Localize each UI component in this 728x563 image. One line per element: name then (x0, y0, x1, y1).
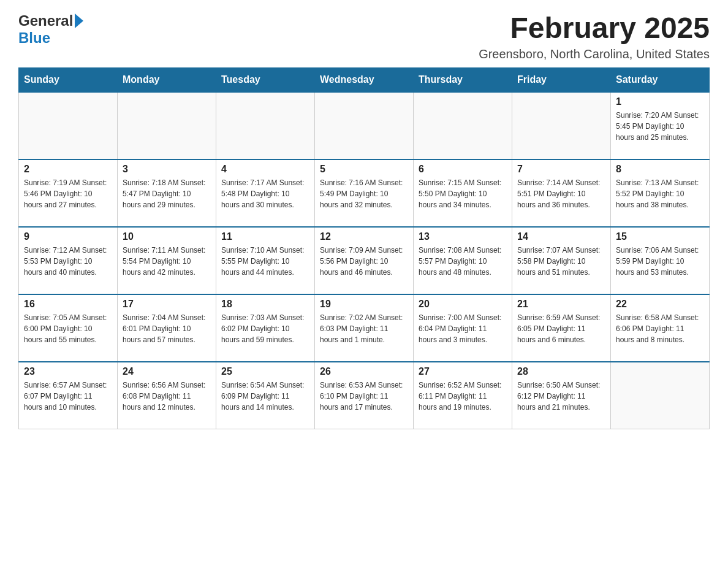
day-number: 5 (320, 164, 408, 175)
calendar-week-row: 9Sunrise: 7:12 AM Sunset: 5:53 PM Daylig… (19, 227, 710, 294)
calendar-day-header: Sunday (19, 67, 118, 92)
day-info: Sunrise: 7:19 AM Sunset: 5:46 PM Dayligh… (24, 177, 112, 210)
day-info: Sunrise: 7:20 AM Sunset: 5:45 PM Dayligh… (616, 110, 704, 143)
day-info: Sunrise: 7:11 AM Sunset: 5:54 PM Dayligh… (123, 245, 211, 278)
calendar-cell: 16Sunrise: 7:05 AM Sunset: 6:00 PM Dayli… (19, 294, 118, 362)
calendar-week-row: 2Sunrise: 7:19 AM Sunset: 5:46 PM Daylig… (19, 159, 710, 227)
calendar-cell (512, 92, 611, 159)
calendar-cell: 6Sunrise: 7:15 AM Sunset: 5:50 PM Daylig… (414, 159, 512, 227)
calendar-cell: 4Sunrise: 7:17 AM Sunset: 5:48 PM Daylig… (216, 159, 315, 227)
day-number: 19 (320, 299, 408, 310)
logo-general-text: General (18, 12, 73, 29)
calendar-cell: 7Sunrise: 7:14 AM Sunset: 5:51 PM Daylig… (512, 159, 611, 227)
day-number: 16 (24, 299, 112, 310)
calendar-cell: 22Sunrise: 6:58 AM Sunset: 6:06 PM Dayli… (611, 294, 710, 362)
day-number: 28 (517, 366, 605, 377)
day-number: 23 (24, 366, 112, 377)
calendar-table: SundayMondayTuesdayWednesdayThursdayFrid… (18, 67, 710, 430)
calendar-cell: 14Sunrise: 7:07 AM Sunset: 5:58 PM Dayli… (512, 227, 611, 294)
day-number: 14 (517, 231, 605, 242)
calendar-cell: 23Sunrise: 6:57 AM Sunset: 6:07 PM Dayli… (19, 362, 118, 429)
day-number: 21 (517, 299, 605, 310)
calendar-cell (19, 92, 118, 159)
day-number: 17 (123, 299, 211, 310)
calendar-week-row: 16Sunrise: 7:05 AM Sunset: 6:00 PM Dayli… (19, 294, 710, 362)
calendar-day-header: Thursday (414, 67, 512, 92)
calendar-cell (118, 92, 216, 159)
day-info: Sunrise: 7:08 AM Sunset: 5:57 PM Dayligh… (419, 245, 507, 278)
day-info: Sunrise: 7:00 AM Sunset: 6:04 PM Dayligh… (419, 312, 507, 345)
day-number: 18 (221, 299, 309, 310)
day-info: Sunrise: 7:03 AM Sunset: 6:02 PM Dayligh… (221, 312, 309, 345)
day-number: 25 (221, 366, 309, 377)
day-number: 8 (616, 164, 704, 175)
calendar-cell: 10Sunrise: 7:11 AM Sunset: 5:54 PM Dayli… (118, 227, 216, 294)
calendar-cell: 2Sunrise: 7:19 AM Sunset: 5:46 PM Daylig… (19, 159, 118, 227)
day-number: 9 (24, 231, 112, 242)
calendar-cell: 9Sunrise: 7:12 AM Sunset: 5:53 PM Daylig… (19, 227, 118, 294)
location: Greensboro, North Carolina, United State… (479, 47, 710, 61)
day-number: 20 (419, 299, 507, 310)
logo-triangle-icon (75, 13, 83, 28)
day-info: Sunrise: 7:13 AM Sunset: 5:52 PM Dayligh… (616, 177, 704, 210)
day-info: Sunrise: 7:05 AM Sunset: 6:00 PM Dayligh… (24, 312, 112, 345)
day-info: Sunrise: 7:12 AM Sunset: 5:53 PM Dayligh… (24, 245, 112, 278)
title-area: February 2025 Greensboro, North Carolina… (479, 12, 710, 61)
calendar-cell: 18Sunrise: 7:03 AM Sunset: 6:02 PM Dayli… (216, 294, 315, 362)
calendar-week-row: 1Sunrise: 7:20 AM Sunset: 5:45 PM Daylig… (19, 92, 710, 159)
calendar-cell: 1Sunrise: 7:20 AM Sunset: 5:45 PM Daylig… (611, 92, 710, 159)
day-info: Sunrise: 6:54 AM Sunset: 6:09 PM Dayligh… (221, 380, 309, 413)
day-info: Sunrise: 7:14 AM Sunset: 5:51 PM Dayligh… (517, 177, 605, 210)
day-number: 10 (123, 231, 211, 242)
calendar-day-header: Tuesday (216, 67, 315, 92)
calendar-day-header: Friday (512, 67, 611, 92)
day-info: Sunrise: 7:07 AM Sunset: 5:58 PM Dayligh… (517, 245, 605, 278)
day-number: 2 (24, 164, 112, 175)
day-info: Sunrise: 7:15 AM Sunset: 5:50 PM Dayligh… (419, 177, 507, 210)
calendar-cell (216, 92, 315, 159)
day-info: Sunrise: 7:17 AM Sunset: 5:48 PM Dayligh… (221, 177, 309, 210)
day-number: 24 (123, 366, 211, 377)
calendar-cell: 21Sunrise: 6:59 AM Sunset: 6:05 PM Dayli… (512, 294, 611, 362)
day-number: 22 (616, 299, 704, 310)
calendar-cell: 3Sunrise: 7:18 AM Sunset: 5:47 PM Daylig… (118, 159, 216, 227)
calendar-cell: 19Sunrise: 7:02 AM Sunset: 6:03 PM Dayli… (315, 294, 414, 362)
logo: General Blue (18, 12, 83, 47)
day-info: Sunrise: 6:56 AM Sunset: 6:08 PM Dayligh… (123, 380, 211, 413)
day-number: 12 (320, 231, 408, 242)
day-info: Sunrise: 6:50 AM Sunset: 6:12 PM Dayligh… (517, 380, 605, 413)
calendar-day-header: Monday (118, 67, 216, 92)
day-number: 7 (517, 164, 605, 175)
day-number: 11 (221, 231, 309, 242)
calendar-cell: 17Sunrise: 7:04 AM Sunset: 6:01 PM Dayli… (118, 294, 216, 362)
day-info: Sunrise: 7:02 AM Sunset: 6:03 PM Dayligh… (320, 312, 408, 345)
calendar-cell: 5Sunrise: 7:16 AM Sunset: 5:49 PM Daylig… (315, 159, 414, 227)
day-number: 6 (419, 164, 507, 175)
day-info: Sunrise: 7:16 AM Sunset: 5:49 PM Dayligh… (320, 177, 408, 210)
day-info: Sunrise: 6:59 AM Sunset: 6:05 PM Dayligh… (517, 312, 605, 345)
day-info: Sunrise: 7:10 AM Sunset: 5:55 PM Dayligh… (221, 245, 309, 278)
calendar-cell: 15Sunrise: 7:06 AM Sunset: 5:59 PM Dayli… (611, 227, 710, 294)
calendar-cell: 25Sunrise: 6:54 AM Sunset: 6:09 PM Dayli… (216, 362, 315, 429)
page-header: General Blue February 2025 Greensboro, N… (18, 12, 710, 61)
day-info: Sunrise: 6:58 AM Sunset: 6:06 PM Dayligh… (616, 312, 704, 345)
calendar-day-header: Saturday (611, 67, 710, 92)
day-info: Sunrise: 6:53 AM Sunset: 6:10 PM Dayligh… (320, 380, 408, 413)
calendar-cell: 20Sunrise: 7:00 AM Sunset: 6:04 PM Dayli… (414, 294, 512, 362)
day-number: 13 (419, 231, 507, 242)
calendar-cell: 27Sunrise: 6:52 AM Sunset: 6:11 PM Dayli… (414, 362, 512, 429)
calendar-cell: 24Sunrise: 6:56 AM Sunset: 6:08 PM Dayli… (118, 362, 216, 429)
logo-blue-text: Blue (18, 29, 50, 46)
calendar-cell: 8Sunrise: 7:13 AM Sunset: 5:52 PM Daylig… (611, 159, 710, 227)
calendar-cell (315, 92, 414, 159)
day-info: Sunrise: 7:18 AM Sunset: 5:47 PM Dayligh… (123, 177, 211, 210)
day-info: Sunrise: 7:06 AM Sunset: 5:59 PM Dayligh… (616, 245, 704, 278)
calendar-cell: 12Sunrise: 7:09 AM Sunset: 5:56 PM Dayli… (315, 227, 414, 294)
month-title: February 2025 (479, 12, 710, 45)
day-info: Sunrise: 6:57 AM Sunset: 6:07 PM Dayligh… (24, 380, 112, 413)
calendar-header-row: SundayMondayTuesdayWednesdayThursdayFrid… (19, 67, 710, 92)
calendar-cell (611, 362, 710, 429)
day-number: 27 (419, 366, 507, 377)
day-number: 26 (320, 366, 408, 377)
day-info: Sunrise: 6:52 AM Sunset: 6:11 PM Dayligh… (419, 380, 507, 413)
